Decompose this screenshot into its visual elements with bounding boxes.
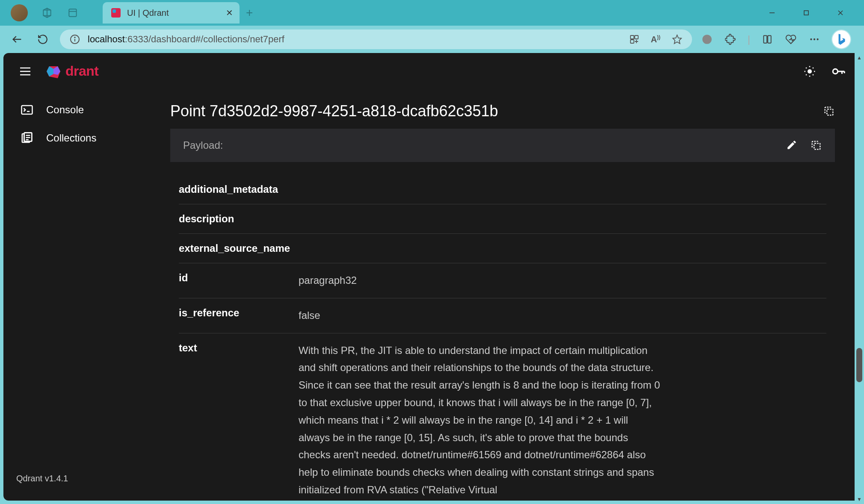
- edit-payload-icon[interactable]: [786, 139, 797, 151]
- browser-tab[interactable]: UI | Qdrant ✕: [103, 2, 240, 24]
- tab-title: UI | Qdrant: [127, 8, 169, 18]
- sidebar-item-collections[interactable]: Collections: [3, 124, 157, 152]
- svg-rect-16: [768, 35, 771, 43]
- payload-value: With this PR, the JIT is able to underst…: [299, 342, 662, 499]
- payload-row: is_reference false: [179, 298, 826, 333]
- payload-label: Payload:: [183, 139, 223, 151]
- adblock-icon[interactable]: [701, 33, 713, 46]
- svg-line-33: [806, 74, 807, 75]
- payload-key: external_source_name: [179, 242, 299, 254]
- svg-point-26: [808, 69, 812, 74]
- payload-value: [299, 213, 662, 225]
- payload-key: is_reference: [179, 307, 299, 324]
- payload-value: paragraph32: [299, 272, 662, 289]
- minimize-button[interactable]: [761, 4, 783, 21]
- svg-point-17: [810, 38, 812, 40]
- svg-point-14: [702, 35, 712, 44]
- scrollbar-thumb[interactable]: [856, 348, 862, 382]
- payload-key: text: [179, 342, 299, 499]
- svg-point-35: [833, 69, 837, 74]
- sidebar-item-console[interactable]: Console: [3, 96, 157, 124]
- svg-rect-48: [814, 143, 820, 149]
- svg-rect-15: [763, 35, 767, 43]
- tab-favicon: [111, 8, 121, 18]
- svg-line-34: [813, 68, 814, 68]
- payload-header: Payload:: [170, 129, 835, 162]
- window-controls: [761, 4, 860, 21]
- collections-icon[interactable]: [761, 33, 774, 46]
- url-text: localhost:6333/dashboard#/collections/ne…: [88, 34, 284, 45]
- workspaces-icon[interactable]: [41, 6, 53, 19]
- svg-rect-0: [69, 9, 76, 16]
- app-install-icon[interactable]: [628, 33, 641, 46]
- svg-line-30: [813, 74, 814, 75]
- copy-payload-icon[interactable]: [810, 139, 822, 151]
- addressbar[interactable]: localhost:6333/dashboard#/collections/ne…: [60, 29, 692, 49]
- qdrant-logo-icon: [45, 63, 62, 80]
- close-window-button[interactable]: [830, 4, 851, 21]
- app-content: drant Console: [3, 53, 861, 501]
- payload-row: description: [179, 204, 826, 234]
- qdrant-header: drant: [3, 53, 861, 89]
- payload-row: text With this PR, the JIT is able to un…: [179, 333, 826, 501]
- copy-point-icon[interactable]: [823, 105, 835, 117]
- browser-window: UI | Qdrant ✕ +: [0, 0, 864, 504]
- favorite-icon[interactable]: [671, 33, 684, 46]
- sidebar: Console Collections Qdrant v1.4.1: [3, 89, 157, 501]
- svg-rect-10: [630, 35, 634, 39]
- theme-toggle-icon[interactable]: [803, 65, 816, 78]
- svg-rect-3: [804, 11, 808, 15]
- performance-icon[interactable]: [784, 33, 797, 46]
- tab-actions-icon[interactable]: [66, 6, 79, 19]
- sidebar-item-label: Collections: [46, 132, 96, 144]
- point-header: Point 7d3502d2-9987-4251-a818-dcafb62c35…: [170, 102, 835, 129]
- site-info-icon[interactable]: [68, 33, 81, 46]
- more-menu-icon[interactable]: [808, 33, 821, 46]
- back-button[interactable]: [9, 31, 26, 48]
- svg-marker-13: [673, 35, 681, 44]
- collections-nav-icon: [21, 132, 33, 144]
- extensions-icon[interactable]: [724, 33, 737, 46]
- payload-row: id paragraph32: [179, 263, 826, 298]
- main-panel: Point 7d3502d2-9987-4251-a818-dcafb62c35…: [157, 89, 861, 501]
- profile-avatar[interactable]: [11, 4, 28, 21]
- svg-rect-11: [635, 35, 638, 39]
- vertical-scrollbar[interactable]: ▲ ▼: [855, 53, 864, 504]
- payload-value: false: [299, 307, 662, 324]
- console-icon: [21, 103, 33, 116]
- payload-key: additional_metadata: [179, 183, 299, 195]
- svg-line-29: [806, 68, 807, 68]
- scroll-down-icon[interactable]: ▼: [857, 496, 862, 502]
- read-aloud-icon[interactable]: A)): [649, 33, 662, 46]
- tab-close-button[interactable]: ✕: [226, 8, 233, 18]
- payload-row: external_source_name: [179, 234, 826, 263]
- svg-point-19: [817, 38, 818, 40]
- point-title: Point 7d3502d2-9987-4251-a818-dcafb62c35…: [170, 102, 498, 120]
- qdrant-logo[interactable]: drant: [45, 63, 99, 80]
- maximize-button[interactable]: [796, 4, 817, 21]
- payload-key: description: [179, 213, 299, 225]
- refresh-button[interactable]: [34, 31, 51, 48]
- svg-rect-12: [630, 40, 634, 43]
- new-tab-button[interactable]: +: [246, 6, 253, 20]
- scrollbar-track[interactable]: [856, 59, 862, 498]
- payload-value: [299, 183, 662, 195]
- toolbar-right: |: [701, 29, 855, 49]
- payload-table: additional_metadata description external…: [170, 162, 835, 501]
- bing-chat-icon[interactable]: [831, 29, 851, 49]
- sidebar-item-label: Console: [46, 104, 84, 116]
- version-label: Qdrant v1.4.1: [3, 463, 157, 494]
- payload-row: additional_metadata: [179, 175, 826, 204]
- hamburger-menu-icon[interactable]: [18, 65, 32, 78]
- app-container: drant Console: [0, 53, 864, 504]
- qdrant-logo-text: drant: [65, 63, 99, 79]
- qdrant-body: Console Collections Qdrant v1.4.1 Point …: [3, 89, 861, 501]
- svg-rect-39: [22, 106, 33, 114]
- titlebar: UI | Qdrant ✕ +: [0, 0, 864, 26]
- addressbar-row: localhost:6333/dashboard#/collections/ne…: [0, 26, 864, 53]
- payload-key: id: [179, 272, 299, 289]
- svg-point-9: [74, 37, 75, 38]
- key-icon[interactable]: [831, 64, 846, 79]
- payload-value: [299, 242, 662, 254]
- svg-rect-47: [827, 109, 833, 115]
